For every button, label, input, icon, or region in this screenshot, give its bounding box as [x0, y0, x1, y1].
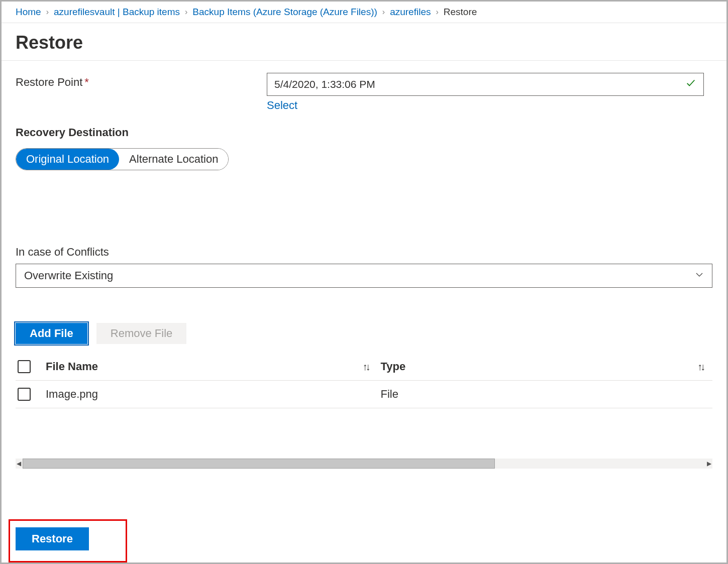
- breadcrumb: Home › azurefilesvault | Backup items › …: [2, 2, 726, 23]
- breadcrumb-backup-items[interactable]: Backup Items (Azure Storage (Azure Files…: [192, 7, 377, 18]
- horizontal-scrollbar[interactable]: ◀ ▶: [16, 459, 712, 469]
- file-action-buttons: Add File Remove File: [16, 323, 712, 344]
- restore-button[interactable]: Restore: [16, 527, 89, 550]
- chevron-down-icon: [695, 269, 704, 282]
- scroll-left-icon[interactable]: ◀: [17, 460, 21, 467]
- row-type: File: [381, 388, 711, 401]
- chevron-right-icon: ›: [436, 8, 438, 17]
- row-filename: Image.png: [46, 388, 381, 401]
- required-star-icon: *: [84, 76, 89, 88]
- row-select-cell: [18, 388, 46, 401]
- select-restore-point-link[interactable]: Select: [267, 99, 297, 112]
- scrollbar-thumb[interactable]: [23, 459, 495, 469]
- conflicts-value: Overwrite Existing: [24, 269, 113, 282]
- table-row[interactable]: Image.png File: [16, 381, 712, 408]
- restore-point-label-text: Restore Point: [16, 76, 82, 88]
- remove-file-button: Remove File: [96, 323, 186, 344]
- column-header-type-label: Type: [381, 360, 406, 373]
- select-all-checkbox[interactable]: [18, 360, 31, 373]
- breadcrumb-current: Restore: [444, 7, 477, 18]
- select-all-cell: [18, 360, 46, 373]
- conflicts-label: In case of Conflicts: [16, 246, 712, 259]
- sort-icon: ↑↓: [363, 361, 369, 373]
- add-file-button[interactable]: Add File: [16, 323, 87, 344]
- chevron-right-icon: ›: [46, 8, 49, 17]
- recovery-destination-toggle: Original Location Alternate Location: [16, 148, 229, 170]
- table-header: File Name ↑↓ Type ↑↓: [16, 353, 712, 381]
- checkmark-icon: [685, 77, 696, 91]
- breadcrumb-vault[interactable]: azurefilesvault | Backup items: [54, 7, 180, 18]
- restore-point-field: Restore Point* 5/4/2020, 1:33:06 PM Sele…: [16, 73, 712, 112]
- alternate-location-pill[interactable]: Alternate Location: [119, 149, 228, 170]
- column-header-filename-label: File Name: [46, 360, 98, 373]
- breadcrumb-share[interactable]: azurefiles: [390, 7, 431, 18]
- breadcrumb-home[interactable]: Home: [16, 7, 41, 18]
- restore-point-input[interactable]: 5/4/2020, 1:33:06 PM: [267, 73, 704, 96]
- column-header-filename[interactable]: File Name ↑↓: [46, 360, 381, 373]
- sort-icon: ↑↓: [697, 361, 703, 373]
- scroll-right-icon[interactable]: ▶: [707, 460, 711, 467]
- recovery-destination-label: Recovery Destination: [16, 126, 712, 139]
- restore-point-value: 5/4/2020, 1:33:06 PM: [274, 78, 375, 90]
- column-header-type[interactable]: Type ↑↓: [381, 360, 711, 373]
- chevron-right-icon: ›: [185, 8, 187, 17]
- chevron-right-icon: ›: [382, 8, 385, 17]
- original-location-pill[interactable]: Original Location: [16, 149, 119, 170]
- row-checkbox[interactable]: [18, 388, 31, 401]
- content-area: Restore Point* 5/4/2020, 1:33:06 PM Sele…: [2, 61, 726, 515]
- page-title: Restore: [2, 23, 726, 61]
- footer: Restore: [2, 515, 726, 562]
- conflicts-dropdown[interactable]: Overwrite Existing: [16, 264, 712, 288]
- file-table: File Name ↑↓ Type ↑↓ Image.png File: [16, 353, 712, 408]
- restore-point-label: Restore Point*: [16, 73, 267, 89]
